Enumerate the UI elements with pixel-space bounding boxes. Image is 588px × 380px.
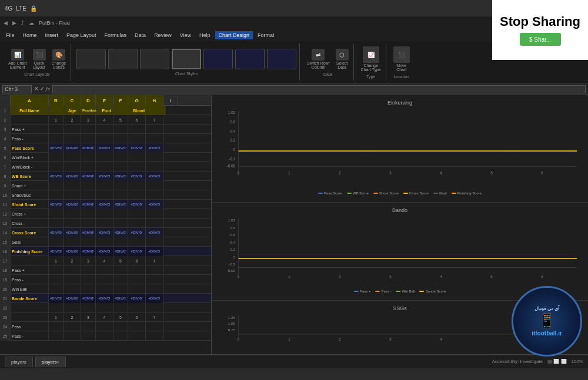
- col-f-header[interactable]: F: [113, 95, 128, 106]
- cell-h4[interactable]: [146, 134, 163, 143]
- cell-b4[interactable]: [49, 134, 64, 143]
- menu-pagelayout[interactable]: Page Layout: [63, 31, 100, 39]
- move-chart-btn[interactable]: ⬛ MoveChart: [391, 45, 412, 73]
- cell-reference[interactable]: Chr 3: [2, 85, 32, 93]
- grid-row-winball: 20 Win Ball: [0, 284, 211, 294]
- cell-e5[interactable]: #DIV/0!: [96, 143, 113, 153]
- col-c-header[interactable]: C: [64, 95, 81, 106]
- cell-e4[interactable]: [96, 134, 113, 143]
- cell-b2[interactable]: 1: [49, 115, 64, 125]
- forward-icon[interactable]: ▶: [12, 20, 16, 26]
- menu-format[interactable]: Format: [254, 31, 278, 39]
- menu-formulas[interactable]: Formulas: [101, 31, 131, 39]
- switch-row-col-btn[interactable]: ⇌ Switch Row/Column: [305, 48, 332, 70]
- cell-foot-header[interactable]: Foot: [98, 106, 116, 115]
- change-colors-icon: 🎨: [52, 49, 65, 60]
- col-a-header[interactable]: A: [11, 95, 49, 106]
- menu-review[interactable]: Review: [151, 31, 175, 39]
- chart-style-4[interactable]: [172, 49, 201, 69]
- legend-finishing: Finishing Score: [452, 191, 482, 195]
- cell-pass-plus-label[interactable]: Pass +: [11, 125, 49, 134]
- cloud-icon[interactable]: ☁: [29, 20, 34, 26]
- menu-home[interactable]: Home: [19, 31, 41, 39]
- cancel-icon[interactable]: ✕: [34, 86, 39, 92]
- cell-b3[interactable]: [49, 125, 64, 134]
- function-icon[interactable]: 𝑓𝑥: [46, 86, 50, 92]
- cell-fullname-header[interactable]: Full Name: [11, 106, 49, 115]
- grid-row-22: 22: [0, 303, 211, 312]
- menu-help[interactable]: Help: [196, 31, 214, 39]
- add-chart-element-btn[interactable]: 📊 Add ChartElement: [6, 48, 29, 70]
- quick-layout-btn[interactable]: ⬛ QuickLayout: [31, 48, 48, 70]
- confirm-icon[interactable]: ✓: [40, 86, 45, 92]
- cell-h1[interactable]: [148, 106, 166, 115]
- cell-c2[interactable]: 2: [64, 115, 81, 125]
- chart-style-3[interactable]: [140, 49, 169, 69]
- cell-b1[interactable]: [49, 106, 64, 115]
- svg-text:4: 4: [440, 274, 442, 278]
- chart-style-6[interactable]: [235, 49, 265, 69]
- select-data-btn[interactable]: ⬡ SelectData: [333, 48, 351, 70]
- cell-h3[interactable]: [146, 125, 163, 134]
- cell-h2[interactable]: 7: [146, 115, 163, 125]
- grid-row-pass-plus-2: 18 Pass +: [0, 265, 211, 275]
- sheet-tab-players[interactable]: players: [5, 357, 33, 367]
- col-g-header[interactable]: G: [128, 95, 146, 106]
- col-i-header[interactable]: I: [163, 95, 178, 106]
- cell-a2[interactable]: [11, 115, 49, 125]
- logo-top-text: آی تی فوتبال: [534, 306, 559, 311]
- back-icon[interactable]: ◀: [4, 20, 8, 26]
- cell-d2[interactable]: 3: [81, 115, 96, 125]
- col-b-header[interactable]: B: [49, 95, 64, 106]
- chart-style-7[interactable]: [267, 49, 296, 69]
- menu-data[interactable]: Data: [131, 31, 149, 39]
- cell-age-header[interactable]: Age: [64, 106, 81, 115]
- chart-style-5[interactable]: [203, 49, 233, 69]
- cell-b5[interactable]: #DIV/0!: [49, 143, 64, 153]
- cell-f1[interactable]: [116, 106, 131, 115]
- cell-blood-header[interactable]: Blood: [131, 106, 148, 115]
- grid-row-finishing: 16 Finishing Score #DIV/0! #DIV/0! #DIV/…: [0, 247, 211, 256]
- col-h-header[interactable]: H: [146, 95, 163, 106]
- cell-g3[interactable]: [128, 125, 146, 134]
- cell-d3[interactable]: [81, 125, 96, 134]
- menu-chartdesign[interactable]: Chart Design: [215, 31, 253, 39]
- cell-g5[interactable]: #DIV/0!: [128, 143, 146, 153]
- menu-insert[interactable]: Insert: [42, 31, 62, 39]
- row-5-num: 5: [0, 143, 11, 153]
- cell-pass-score-label[interactable]: Pass Score: [11, 143, 49, 153]
- cell-f3[interactable]: [113, 125, 128, 134]
- chart-style-1[interactable]: [76, 49, 106, 69]
- cell-c5[interactable]: #DIV/0!: [64, 143, 81, 153]
- col-d-header[interactable]: D: [81, 95, 96, 106]
- cell-g4[interactable]: [128, 134, 146, 143]
- stop-sharing-button[interactable]: $ Shar...: [520, 33, 561, 46]
- cell-d4[interactable]: [81, 134, 96, 143]
- sheet-tab-players-plus[interactable]: players+: [35, 357, 66, 367]
- legend-goal: Goal: [433, 191, 447, 195]
- stop-sharing-overlay[interactable]: Stop Sharing $ Shar...: [492, 0, 588, 60]
- view-icons: ▤ ⬜ ⬜: [547, 359, 566, 364]
- cell-f5[interactable]: #DIV/0!: [113, 143, 128, 153]
- cell-f2[interactable]: 5: [113, 115, 128, 125]
- cell-c3[interactable]: [64, 125, 81, 134]
- chart-style-2[interactable]: [108, 49, 138, 69]
- cell-e3[interactable]: [96, 125, 113, 134]
- cell-c4[interactable]: [64, 134, 81, 143]
- change-colors-btn[interactable]: 🎨 ChangeColors: [49, 48, 69, 70]
- cell-position-header[interactable]: Position: [81, 106, 98, 115]
- col-e-header[interactable]: E: [96, 95, 113, 106]
- row-1-num: 1: [0, 106, 11, 115]
- cell-pass-minus-label[interactable]: Pass -: [11, 134, 49, 143]
- change-chart-type-btn[interactable]: 📈 ChangeChart Type: [359, 45, 383, 73]
- cell-e2[interactable]: 4: [96, 115, 113, 125]
- menu-view[interactable]: View: [176, 31, 195, 39]
- formula-input[interactable]: [52, 85, 586, 93]
- cell-g2[interactable]: 6: [128, 115, 146, 125]
- cell-h5[interactable]: #DIV/0!: [146, 143, 163, 153]
- share-icon[interactable]: ⤴: [21, 20, 24, 26]
- chart-einkerving: Einkerving 1.02 0.6 0.4 0.2 0 -0.2 -0.06…: [212, 95, 588, 203]
- cell-f4[interactable]: [113, 134, 128, 143]
- menu-file[interactable]: File: [2, 31, 18, 39]
- cell-d5[interactable]: #DIV/0!: [81, 143, 96, 153]
